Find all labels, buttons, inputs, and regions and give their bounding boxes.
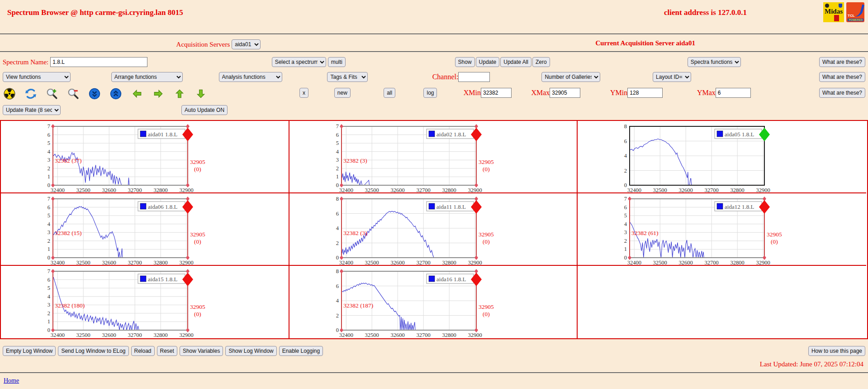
arrow-right-icon[interactable] xyxy=(152,88,164,100)
what-are-these-1: What are these? xyxy=(819,57,865,67)
svg-text:32500: 32500 xyxy=(76,259,90,266)
svg-text:32800: 32800 xyxy=(154,332,168,338)
svg-text:8: 8 xyxy=(336,268,339,274)
svg-text:0: 0 xyxy=(47,255,50,261)
svg-text:1: 1 xyxy=(624,246,627,252)
zero-button[interactable]: Zero xyxy=(532,57,550,67)
refresh-icon[interactable] xyxy=(25,88,37,100)
svg-text:32382 (187): 32382 (187) xyxy=(343,302,373,309)
scale-down-icon[interactable] xyxy=(89,88,100,100)
update-button[interactable]: Update xyxy=(476,57,500,67)
zoom-out-icon[interactable] xyxy=(67,88,79,100)
arrange-functions-dropdown[interactable]: Arrange functions xyxy=(111,72,183,82)
last-updated: Last Updated: June 07, 2025 07:12:04 xyxy=(0,360,863,368)
spectrum-plot-cell-aida11[interactable]: 32400325003260032700328003290002468aida1… xyxy=(289,193,578,266)
galleries-group: Number of Galleries xyxy=(541,72,600,82)
spectrum-plot-cell-aida02[interactable]: 32400325003260032700328003290001234567ai… xyxy=(289,121,578,193)
spectrum-name-input[interactable] xyxy=(50,57,147,67)
ymin-group: YMin xyxy=(610,88,663,98)
acquisition-row: Acquisition Servers aida01 Current Acqui… xyxy=(0,39,868,51)
view-functions-group: View functions xyxy=(3,72,71,82)
current-acquisition-server: Current Acquisition Server aida01 xyxy=(595,39,695,47)
xmax-input[interactable] xyxy=(550,88,580,98)
svg-text:32600: 32600 xyxy=(679,259,693,266)
spectrum-plot-cell-aida05[interactable]: 32400325003260032700328003290002468aida0… xyxy=(578,121,866,193)
layout-id-dropdown[interactable]: Layout ID=3 xyxy=(653,72,691,82)
number-of-galleries-dropdown[interactable]: Number of Galleries xyxy=(541,72,600,82)
svg-text:6: 6 xyxy=(336,283,339,289)
arrange-functions-group: Arrange functions xyxy=(111,72,183,82)
show-button[interactable]: Show xyxy=(455,57,475,67)
auto-update-button[interactable]: Auto Update ON xyxy=(181,105,228,115)
svg-text:32700: 32700 xyxy=(417,332,431,338)
channel-input[interactable] xyxy=(458,72,490,82)
spectrum-plot-aida12: 32400325003260032700328003290001234567ai… xyxy=(578,193,866,266)
spectra-grid: 32400325003260032700328003290001234567ai… xyxy=(0,120,868,339)
x-button[interactable]: x xyxy=(299,88,308,98)
svg-text:32800: 32800 xyxy=(154,187,168,193)
view-functions-dropdown[interactable]: View functions xyxy=(3,72,71,82)
ymin-input[interactable] xyxy=(627,88,663,98)
svg-text:2: 2 xyxy=(47,310,50,317)
svg-text:32382 (180): 32382 (180) xyxy=(55,302,85,309)
how-to-use-button[interactable]: How to use this page xyxy=(808,346,865,356)
svg-text:32400: 32400 xyxy=(339,259,353,266)
what-are-these-button[interactable]: What are these? xyxy=(819,72,865,82)
spectrum-plot-cell-aida16[interactable]: 32400325003260032700328003290002468aida1… xyxy=(289,266,578,338)
log-button[interactable]: log xyxy=(423,88,437,98)
what-are-these-button[interactable]: What are these? xyxy=(819,57,865,67)
ymax-input[interactable] xyxy=(716,88,751,98)
spectra-functions-dropdown[interactable]: Spectra functions xyxy=(688,57,741,67)
enable-logging-button[interactable]: Enable Logging xyxy=(279,346,323,356)
all-button[interactable]: all xyxy=(384,88,395,98)
spectrum-plot-aida11: 32400325003260032700328003290002468aida1… xyxy=(289,193,578,266)
update-all-button[interactable]: Update All xyxy=(500,57,531,67)
spectrum-plot-cell-aida15[interactable]: 32400325003260032700328003290001234567ai… xyxy=(1,266,289,338)
send-log-to-elog-button[interactable]: Send Log Window to ELog xyxy=(58,346,128,356)
what-are-these-button[interactable]: What are these? xyxy=(819,88,865,98)
svg-text:32900: 32900 xyxy=(180,187,194,193)
arrow-left-icon[interactable] xyxy=(131,88,143,100)
empty-log-window-button[interactable]: Empty Log Window xyxy=(3,346,56,356)
analysis-functions-dropdown[interactable]: Analysis functions xyxy=(219,72,282,82)
spectrum-plot-cell-aida06[interactable]: 32400325003260032700328003290001234567ai… xyxy=(1,193,289,266)
svg-text:32500: 32500 xyxy=(653,259,667,266)
update-rate-dropdown[interactable]: Update Rate (8 secs) xyxy=(3,105,61,115)
svg-text:32600: 32600 xyxy=(679,187,693,193)
svg-text:32900: 32900 xyxy=(468,332,482,338)
home-link[interactable]: Home xyxy=(4,377,19,384)
multi-button[interactable]: multi xyxy=(328,57,346,67)
svg-text:2: 2 xyxy=(624,168,627,174)
svg-text:32382 (3): 32382 (3) xyxy=(343,157,367,164)
svg-text:32400: 32400 xyxy=(51,332,65,338)
analysis-functions-group: Analysis functions xyxy=(219,72,282,82)
svg-text:32400: 32400 xyxy=(627,259,641,266)
svg-text:7: 7 xyxy=(47,268,50,274)
zoom-in-icon[interactable] xyxy=(46,88,58,100)
new-button[interactable]: new xyxy=(334,88,351,98)
scale-up-icon[interactable] xyxy=(110,88,122,100)
svg-text:2: 2 xyxy=(47,238,50,244)
spectrum-plot-cell-aida12[interactable]: 32400325003260032700328003290001234567ai… xyxy=(578,193,866,266)
radiation-icon[interactable] xyxy=(4,88,15,100)
arrow-up-icon[interactable] xyxy=(174,88,185,100)
show-log-window-button[interactable]: Show Log Window xyxy=(225,346,276,356)
spectrum-plot-cell-aida01[interactable]: 32400325003260032700328003290001234567ai… xyxy=(1,121,289,193)
svg-text:(0): (0) xyxy=(194,238,201,245)
spectrum-plot-aida05: 32400325003260032700328003290002468aida0… xyxy=(578,121,866,193)
ymax-group: YMax xyxy=(697,88,751,98)
svg-text:0: 0 xyxy=(336,182,339,188)
reload-button[interactable]: Reload xyxy=(131,346,155,356)
xmin-input[interactable] xyxy=(481,88,512,98)
tags-fits-dropdown[interactable]: Tags & Fits xyxy=(327,72,368,82)
svg-text:32400: 32400 xyxy=(51,259,65,266)
acquisition-server-select[interactable]: aida01 xyxy=(232,39,261,49)
spectra-functions-group: Spectra functions xyxy=(688,57,741,67)
what-are-these-3: What are these? xyxy=(819,88,865,98)
show-variables-button[interactable]: Show Variables xyxy=(180,346,223,356)
svg-text:32900: 32900 xyxy=(756,259,770,266)
functions-row: View functions Arrange functions Analysi… xyxy=(0,72,868,84)
select-spectrum-dropdown[interactable]: Select a spectrum xyxy=(272,57,326,67)
reset-button[interactable]: Reset xyxy=(157,346,177,356)
arrow-down-icon[interactable] xyxy=(195,88,207,100)
